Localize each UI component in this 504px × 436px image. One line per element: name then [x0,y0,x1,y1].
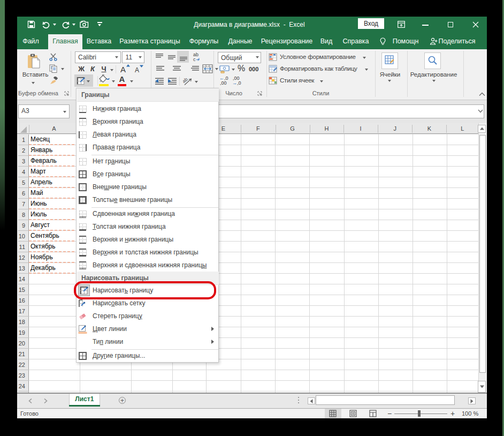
svg-text:ab: ab [183,77,189,84]
svg-text:c: c [193,57,196,62]
